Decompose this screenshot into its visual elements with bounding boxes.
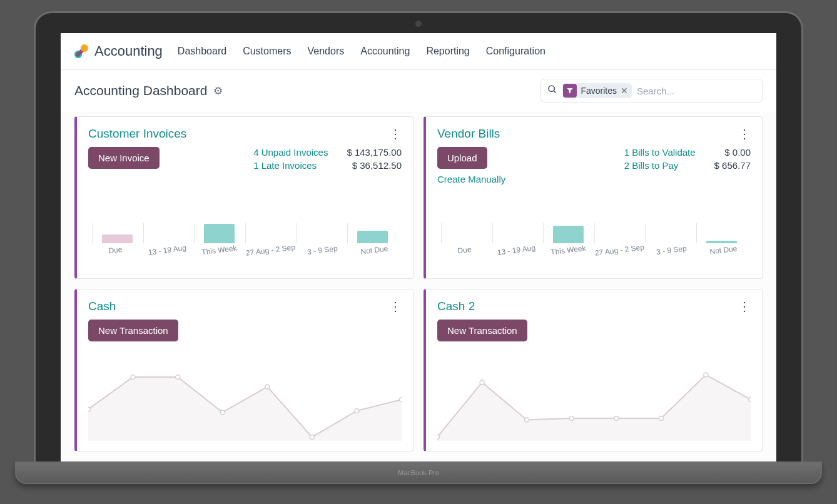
upload-button[interactable]: Upload [437, 147, 487, 169]
laptop-label: MacBook Pro [398, 469, 439, 476]
kebab-icon[interactable]: ⋮ [389, 300, 402, 313]
nav-configuration[interactable]: Configuration [486, 46, 545, 57]
nav-dashboard[interactable]: Dashboard [178, 46, 226, 57]
svg-point-5 [220, 410, 225, 415]
dashboard-grid: Customer Invoices ⋮ New Invoice 4 Unpaid… [61, 111, 776, 461]
new-transaction-button[interactable]: New Transaction [437, 320, 527, 341]
svg-point-8 [355, 409, 359, 413]
svg-point-4 [176, 375, 180, 380]
camera-dot [415, 21, 422, 27]
filter-chip-favorites[interactable]: Favorites ✕ [562, 83, 632, 98]
stat-value: $ 143,175.00 [347, 147, 402, 158]
filter-icon [563, 84, 577, 98]
svg-point-7 [310, 435, 314, 440]
page-title: Accounting Dashboard [74, 83, 207, 98]
line-chart [88, 366, 402, 441]
laptop-base: MacBook Pro [15, 461, 822, 484]
svg-point-10 [437, 435, 440, 440]
gear-icon[interactable]: ⚙ [213, 84, 223, 98]
stat-link[interactable]: 2 Bills to Pay [624, 160, 696, 171]
svg-point-14 [614, 416, 619, 421]
search-bar[interactable]: Favorites ✕ [540, 79, 763, 103]
line-chart [437, 366, 751, 441]
bar-chart: Due13 - 19 AugThis Week27 Aug - 2 Sep3 -… [88, 199, 402, 268]
stat-value: $ 0.00 [714, 147, 751, 158]
svg-point-9 [399, 398, 402, 402]
logo-icon [74, 44, 88, 58]
create-manually-link[interactable]: Create Manually [437, 174, 505, 184]
stat-link[interactable]: 1 Bills to Validate [624, 147, 696, 158]
bar-chart: Due13 - 19 AugThis Week27 Aug - 2 Sep3 -… [437, 199, 751, 268]
svg-point-11 [480, 380, 484, 385]
card-title[interactable]: Cash 2 [437, 300, 475, 313]
svg-point-13 [569, 416, 574, 421]
laptop-frame: Accounting Dashboard Customers Vendors A… [34, 11, 803, 484]
topbar: Accounting Dashboard Customers Vendors A… [61, 33, 776, 70]
svg-point-12 [525, 418, 529, 422]
app-screen: Accounting Dashboard Customers Vendors A… [61, 33, 776, 461]
nav-customers[interactable]: Customers [243, 46, 291, 57]
card-customer-invoices: Customer Invoices ⋮ New Invoice 4 Unpaid… [74, 116, 413, 279]
brand-label: Accounting [94, 43, 163, 59]
stat-value: $ 656.77 [714, 160, 751, 171]
kebab-icon[interactable]: ⋮ [738, 300, 751, 313]
card-title[interactable]: Cash [88, 300, 116, 313]
stat-value: $ 36,512.50 [347, 160, 402, 171]
svg-point-6 [265, 385, 270, 389]
svg-point-16 [704, 373, 708, 377]
card-vendor-bills: Vendor Bills ⋮ Upload Create Manually 1 … [424, 116, 763, 279]
stat-link[interactable]: 4 Unpaid Invoices [253, 147, 328, 158]
close-icon[interactable]: ✕ [621, 86, 628, 96]
svg-point-17 [748, 398, 751, 402]
filter-chip-label: Favorites [581, 86, 617, 96]
stat-link[interactable]: 1 Late Invoices [253, 160, 328, 171]
card-cash-2: Cash 2 ⋮ New Transaction [424, 289, 763, 451]
search-icon [547, 84, 557, 97]
new-invoice-button[interactable]: New Invoice [88, 147, 160, 169]
svg-point-2 [88, 407, 91, 411]
card-cash: Cash ⋮ New Transaction [74, 289, 413, 451]
svg-point-3 [131, 375, 135, 380]
svg-point-15 [659, 416, 663, 421]
new-transaction-button[interactable]: New Transaction [88, 320, 178, 341]
card-title[interactable]: Vendor Bills [437, 127, 500, 141]
subbar: Accounting Dashboard ⚙ Favorites ✕ [61, 70, 776, 111]
svg-point-0 [549, 86, 554, 91]
nav-reporting[interactable]: Reporting [426, 46, 469, 57]
kebab-icon[interactable]: ⋮ [389, 128, 402, 140]
svg-line-1 [554, 91, 555, 93]
brand[interactable]: Accounting [74, 43, 163, 59]
search-input[interactable] [637, 86, 756, 96]
card-title[interactable]: Customer Invoices [88, 127, 186, 141]
kebab-icon[interactable]: ⋮ [738, 128, 751, 140]
main-nav: Dashboard Customers Vendors Accounting R… [178, 46, 545, 57]
nav-accounting[interactable]: Accounting [360, 46, 410, 57]
nav-vendors[interactable]: Vendors [308, 46, 345, 57]
page-title-wrap: Accounting Dashboard ⚙ [74, 83, 223, 98]
laptop-bezel: Accounting Dashboard Customers Vendors A… [34, 11, 803, 461]
